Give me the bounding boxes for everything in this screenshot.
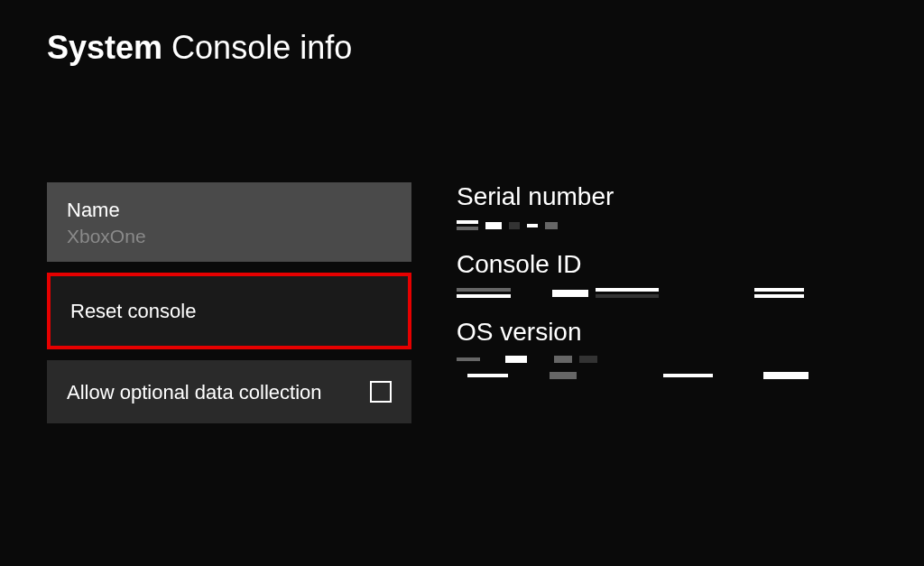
serial-number-value-redacted	[457, 220, 924, 230]
name-label: Name	[67, 197, 146, 224]
serial-number-block: Serial number	[457, 182, 924, 230]
optional-data-checkbox[interactable]	[370, 381, 392, 403]
console-id-block: Console ID	[457, 250, 924, 298]
page-header: System Console info	[0, 0, 924, 67]
optional-data-tile[interactable]: Allow optional data collection	[47, 360, 411, 423]
serial-number-label: Serial number	[457, 182, 924, 211]
header-page: Console info	[171, 29, 352, 66]
os-version-block: OS version	[457, 318, 924, 379]
optional-data-label: Allow optional data collection	[67, 379, 352, 406]
os-version-value-redacted-2	[457, 372, 924, 379]
reset-console-tile[interactable]: Reset console	[47, 273, 411, 350]
name-value: XboxOne	[67, 226, 146, 247]
console-id-value-redacted	[457, 288, 924, 298]
info-column: Serial number Console ID	[457, 182, 924, 423]
options-column: Name XboxOne Reset console Allow optiona…	[47, 182, 411, 423]
os-version-label: OS version	[457, 318, 924, 347]
os-version-value-redacted-1	[457, 356, 924, 363]
console-name-tile[interactable]: Name XboxOne	[47, 182, 411, 262]
header-category: System	[47, 29, 162, 66]
console-id-label: Console ID	[457, 250, 924, 279]
reset-label: Reset console	[70, 298, 196, 325]
page-title: System Console info	[47, 29, 924, 67]
content-area: Name XboxOne Reset console Allow optiona…	[0, 67, 924, 423]
